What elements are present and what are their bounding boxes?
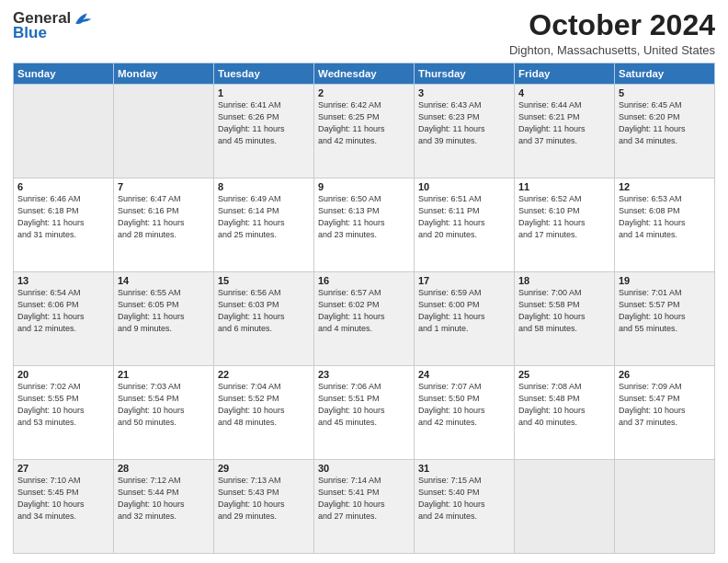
calendar-header-tuesday: Tuesday (214, 63, 314, 85)
day-number: 23 (318, 369, 410, 380)
calendar-week-row: 27Sunrise: 7:10 AM Sunset: 5:45 PM Dayli… (14, 460, 715, 554)
day-info: Sunrise: 6:57 AM Sunset: 6:02 PM Dayligh… (318, 287, 410, 335)
day-info: Sunrise: 7:14 AM Sunset: 5:41 PM Dayligh… (318, 475, 410, 523)
day-number: 13 (17, 275, 109, 286)
day-number: 20 (17, 369, 109, 380)
calendar-day-cell: 21Sunrise: 7:03 AM Sunset: 5:54 PM Dayli… (114, 366, 214, 460)
day-number: 1 (218, 87, 310, 98)
day-info: Sunrise: 6:56 AM Sunset: 6:03 PM Dayligh… (218, 287, 310, 335)
header: General Blue October 2024 Dighton, Massa… (13, 9, 715, 57)
calendar-day-cell: 20Sunrise: 7:02 AM Sunset: 5:55 PM Dayli… (14, 366, 114, 460)
month-title: October 2024 (509, 9, 715, 41)
day-number: 31 (418, 463, 510, 474)
day-info: Sunrise: 7:06 AM Sunset: 5:51 PM Dayligh… (318, 381, 410, 429)
day-number: 15 (218, 275, 310, 286)
calendar-header-row: SundayMondayTuesdayWednesdayThursdayFrid… (14, 63, 715, 85)
day-number: 2 (318, 87, 410, 98)
day-info: Sunrise: 7:09 AM Sunset: 5:47 PM Dayligh… (619, 381, 711, 429)
day-number: 21 (118, 369, 210, 380)
day-info: Sunrise: 7:13 AM Sunset: 5:43 PM Dayligh… (218, 475, 310, 523)
day-number: 4 (518, 87, 610, 98)
day-number: 26 (619, 369, 711, 380)
day-info: Sunrise: 7:03 AM Sunset: 5:54 PM Dayligh… (118, 381, 210, 429)
day-number: 14 (118, 275, 210, 286)
calendar-day-cell: 7Sunrise: 6:47 AM Sunset: 6:16 PM Daylig… (114, 178, 214, 272)
day-info: Sunrise: 6:49 AM Sunset: 6:14 PM Dayligh… (218, 193, 310, 241)
calendar-day-cell: 24Sunrise: 7:07 AM Sunset: 5:50 PM Dayli… (415, 366, 515, 460)
day-number: 3 (418, 87, 510, 98)
day-number: 25 (518, 369, 610, 380)
day-number: 11 (518, 181, 610, 192)
calendar-day-cell: 2Sunrise: 6:42 AM Sunset: 6:25 PM Daylig… (314, 85, 415, 178)
day-info: Sunrise: 6:50 AM Sunset: 6:13 PM Dayligh… (318, 193, 410, 241)
calendar-day-cell: 10Sunrise: 6:51 AM Sunset: 6:11 PM Dayli… (415, 178, 515, 272)
day-number: 29 (218, 463, 310, 474)
calendar-header-saturday: Saturday (615, 63, 715, 85)
day-number: 30 (318, 463, 410, 474)
day-info: Sunrise: 6:44 AM Sunset: 6:21 PM Dayligh… (518, 99, 610, 147)
day-info: Sunrise: 7:02 AM Sunset: 5:55 PM Dayligh… (17, 381, 109, 429)
day-number: 18 (518, 275, 610, 286)
day-info: Sunrise: 7:10 AM Sunset: 5:45 PM Dayligh… (17, 475, 109, 523)
day-number: 22 (218, 369, 310, 380)
calendar-day-cell: 14Sunrise: 6:55 AM Sunset: 6:05 PM Dayli… (114, 272, 214, 366)
calendar-week-row: 13Sunrise: 6:54 AM Sunset: 6:06 PM Dayli… (14, 272, 715, 366)
day-number: 10 (418, 181, 510, 192)
day-info: Sunrise: 6:41 AM Sunset: 6:26 PM Dayligh… (218, 99, 310, 147)
location: Dighton, Massachusetts, United States (509, 43, 715, 57)
calendar-day-cell: 15Sunrise: 6:56 AM Sunset: 6:03 PM Dayli… (214, 272, 314, 366)
calendar-day-cell: 11Sunrise: 6:52 AM Sunset: 6:10 PM Dayli… (515, 178, 615, 272)
calendar-day-cell: 25Sunrise: 7:08 AM Sunset: 5:48 PM Dayli… (515, 366, 615, 460)
calendar-header-sunday: Sunday (14, 63, 114, 85)
day-info: Sunrise: 7:01 AM Sunset: 5:57 PM Dayligh… (619, 287, 711, 335)
calendar-table: SundayMondayTuesdayWednesdayThursdayFrid… (13, 63, 715, 554)
calendar-day-cell: 3Sunrise: 6:43 AM Sunset: 6:23 PM Daylig… (415, 85, 515, 178)
calendar-day-cell: 26Sunrise: 7:09 AM Sunset: 5:47 PM Dayli… (615, 366, 715, 460)
day-number: 28 (118, 463, 210, 474)
day-info: Sunrise: 6:42 AM Sunset: 6:25 PM Dayligh… (318, 99, 410, 147)
day-info: Sunrise: 6:43 AM Sunset: 6:23 PM Dayligh… (418, 99, 510, 147)
calendar-week-row: 20Sunrise: 7:02 AM Sunset: 5:55 PM Dayli… (14, 366, 715, 460)
day-info: Sunrise: 6:46 AM Sunset: 6:18 PM Dayligh… (17, 193, 109, 241)
day-info: Sunrise: 6:47 AM Sunset: 6:16 PM Dayligh… (118, 193, 210, 241)
calendar-day-cell (14, 85, 114, 178)
day-info: Sunrise: 6:53 AM Sunset: 6:08 PM Dayligh… (619, 193, 711, 241)
day-info: Sunrise: 6:45 AM Sunset: 6:20 PM Dayligh… (619, 99, 711, 147)
calendar-day-cell: 1Sunrise: 6:41 AM Sunset: 6:26 PM Daylig… (214, 85, 314, 178)
calendar-day-cell: 18Sunrise: 7:00 AM Sunset: 5:58 PM Dayli… (515, 272, 615, 366)
day-number: 9 (318, 181, 410, 192)
calendar-day-cell: 23Sunrise: 7:06 AM Sunset: 5:51 PM Dayli… (314, 366, 415, 460)
day-number: 24 (418, 369, 510, 380)
calendar-day-cell: 22Sunrise: 7:04 AM Sunset: 5:52 PM Dayli… (214, 366, 314, 460)
day-info: Sunrise: 7:15 AM Sunset: 5:40 PM Dayligh… (418, 475, 510, 523)
day-info: Sunrise: 7:04 AM Sunset: 5:52 PM Dayligh… (218, 381, 310, 429)
calendar-header-friday: Friday (515, 63, 615, 85)
calendar-day-cell: 4Sunrise: 6:44 AM Sunset: 6:21 PM Daylig… (515, 85, 615, 178)
calendar-header-thursday: Thursday (415, 63, 515, 85)
calendar-day-cell: 27Sunrise: 7:10 AM Sunset: 5:45 PM Dayli… (14, 460, 114, 554)
day-info: Sunrise: 7:00 AM Sunset: 5:58 PM Dayligh… (518, 287, 610, 335)
day-number: 27 (17, 463, 109, 474)
calendar-day-cell: 9Sunrise: 6:50 AM Sunset: 6:13 PM Daylig… (314, 178, 415, 272)
day-number: 7 (118, 181, 210, 192)
logo: General Blue (13, 9, 93, 42)
calendar-day-cell (114, 85, 214, 178)
calendar-day-cell: 5Sunrise: 6:45 AM Sunset: 6:20 PM Daylig… (615, 85, 715, 178)
page: General Blue October 2024 Dighton, Massa… (0, 0, 728, 563)
day-info: Sunrise: 7:08 AM Sunset: 5:48 PM Dayligh… (518, 381, 610, 429)
day-info: Sunrise: 6:51 AM Sunset: 6:11 PM Dayligh… (418, 193, 510, 241)
calendar-day-cell: 28Sunrise: 7:12 AM Sunset: 5:44 PM Dayli… (114, 460, 214, 554)
day-number: 8 (218, 181, 310, 192)
calendar-day-cell (615, 460, 715, 554)
day-info: Sunrise: 6:54 AM Sunset: 6:06 PM Dayligh… (17, 287, 109, 335)
calendar-header-monday: Monday (114, 63, 214, 85)
day-number: 19 (619, 275, 711, 286)
day-number: 16 (318, 275, 410, 286)
calendar-day-cell: 16Sunrise: 6:57 AM Sunset: 6:02 PM Dayli… (314, 272, 415, 366)
calendar-day-cell: 19Sunrise: 7:01 AM Sunset: 5:57 PM Dayli… (615, 272, 715, 366)
day-number: 12 (619, 181, 711, 192)
day-info: Sunrise: 7:07 AM Sunset: 5:50 PM Dayligh… (418, 381, 510, 429)
logo-blue-text: Blue (13, 24, 47, 42)
day-info: Sunrise: 6:52 AM Sunset: 6:10 PM Dayligh… (518, 193, 610, 241)
day-info: Sunrise: 7:12 AM Sunset: 5:44 PM Dayligh… (118, 475, 210, 523)
